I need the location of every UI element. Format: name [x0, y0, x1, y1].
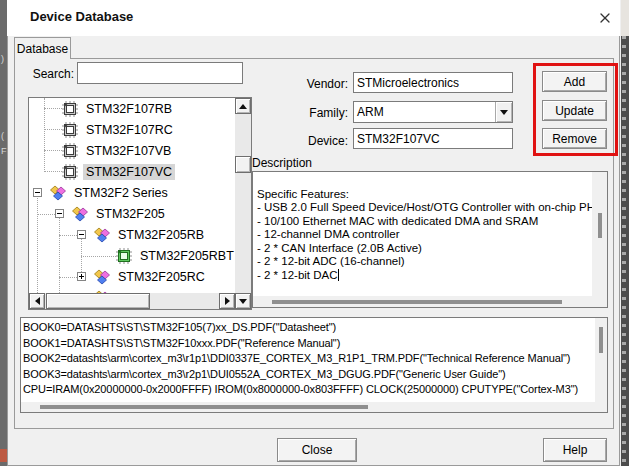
background-highlight-fragment [0, 449, 7, 462]
tree-item[interactable]: STM32F205RC [29, 266, 235, 287]
text-caret [338, 269, 339, 281]
arrow-right-icon [225, 297, 230, 305]
device-input[interactable] [353, 128, 513, 149]
expander-minus-icon[interactable] [33, 188, 42, 197]
expander-minus-icon[interactable] [55, 209, 64, 218]
tree-item-label: STM32F205RBT [137, 248, 235, 264]
device-chip-icon [62, 143, 78, 159]
close-button[interactable]: Close [277, 438, 357, 462]
description-line: - 12-channel DMA controller [257, 228, 592, 242]
device-database-dialog: ) ( F Device Database Database Search: [0, 0, 629, 466]
config-line: BOOK3=datashts\arm\cortex_m3\r2p1\DUI055… [23, 367, 595, 383]
tree-item-label: STM32F2 Series [71, 185, 171, 201]
device-family-icon [94, 227, 110, 243]
tree-item-label: STM32F205 [93, 206, 168, 222]
help-button[interactable]: Help [543, 438, 607, 462]
description-line: - 10/100 Ethernet MAC with dedicated DMA… [257, 215, 592, 229]
tree-item[interactable]: STM32F205RB [29, 224, 235, 245]
arrow-down-icon [239, 299, 247, 304]
device-chip-icon [62, 122, 78, 138]
description-line [257, 174, 592, 188]
tree-item[interactable]: STM32F107VB [29, 140, 235, 161]
close-icon [598, 11, 612, 25]
device-label: Device: [290, 134, 348, 148]
config-line: BOOK0=DATASHTS\ST\STM32F105(7)xx_DS.PDF(… [23, 320, 595, 336]
tree-item-label: STM32F107RB [83, 101, 175, 117]
description-line: Specific Features: [257, 188, 592, 202]
tree-item[interactable]: STM32F2 Series [29, 182, 235, 203]
tree-item[interactable]: STM32F205RBT [29, 245, 235, 266]
tree-hscroll-left-button[interactable] [29, 293, 45, 309]
description-editor[interactable]: Specific Features:- USB 2.0 Full Speed D… [253, 172, 592, 296]
description-line: - 2 * 12-bit DAC [257, 269, 592, 283]
description-line: - USB 2.0 Full Speed Device/Host/OTG Con… [257, 201, 592, 215]
description-hscroll-thumb[interactable] [272, 300, 562, 304]
device-family-icon [94, 269, 110, 285]
device-family-icon [50, 185, 66, 201]
vendor-label: Vendor: [290, 77, 348, 91]
tab-database[interactable]: Database [14, 37, 71, 59]
family-dropdown-button[interactable] [495, 102, 512, 122]
search-input[interactable] [77, 62, 243, 84]
tree-item[interactable]: STM32F107RC [29, 119, 235, 140]
tree-item[interactable]: STM32F107RB [29, 98, 235, 119]
description-vscroll-thumb[interactable] [598, 213, 602, 238]
description-label: Description [252, 156, 312, 170]
device-chip-green-icon [116, 248, 132, 264]
device-tree[interactable]: STM32F107RBSTM32F107RCSTM32F107VBSTM32F1… [29, 98, 235, 293]
family-combobox[interactable]: ARM [353, 101, 513, 123]
device-chip-icon [62, 164, 78, 180]
device-chip-icon [62, 101, 78, 117]
tree-vscroll-thumb[interactable] [235, 156, 251, 173]
tree-item[interactable]: STM32F107VC [29, 161, 235, 182]
tab-label: Database [17, 42, 68, 56]
config-line: BOOK1=DATASHTS\ST\STM32F10xxx.PDF("Refer… [23, 336, 595, 352]
tree-hscroll-thumb[interactable] [46, 293, 150, 309]
config-line: BOOK2=datashts\arm\cortex_m3\r1p1\DDI033… [23, 351, 595, 367]
tree-vscroll-track[interactable] [235, 114, 251, 293]
annotation-highlight-box [533, 63, 618, 156]
family-selected-value: ARM [354, 105, 495, 119]
chevron-down-icon [500, 110, 508, 115]
config-line: CPU=IRAM(0x20000000-0x2000FFFF) IROM(0x8… [23, 382, 595, 398]
vendor-input[interactable] [353, 72, 513, 93]
device-config-text[interactable]: BOOK0=DATASHTS\ST\STM32F105(7)xx_DS.PDF(… [21, 318, 595, 402]
tree-item-label: STM32F107RC [83, 122, 176, 138]
close-window-button[interactable] [592, 5, 618, 31]
tree-hscroll-right-button[interactable] [219, 293, 235, 309]
config-hscroll-thumb[interactable] [40, 405, 368, 409]
tree-vscroll-down-button[interactable] [235, 293, 251, 309]
device-family-icon [72, 206, 88, 222]
expander-minus-icon[interactable] [77, 230, 86, 239]
family-label: Family: [290, 106, 348, 120]
description-line: - 2 * CAN Interface (2.0B Active) [257, 242, 592, 256]
tree-item-label: STM32F205RC [115, 269, 208, 285]
tree-vscroll-up-button[interactable] [235, 98, 251, 114]
background-window-left-sliver: ) ( F [0, 0, 7, 466]
arrow-left-icon [35, 297, 40, 305]
description-line: - 2 * 12-bit ADC (16-channel) [257, 255, 592, 269]
arrow-up-icon [239, 104, 247, 109]
tree-item-label: STM32F107VC [83, 164, 175, 180]
search-label: Search: [28, 67, 74, 81]
expander-plus-icon[interactable] [77, 272, 86, 281]
tree-item-label: STM32F107VB [83, 143, 174, 159]
config-vscroll-thumb[interactable] [599, 327, 603, 353]
tree-item-label: STM32F205RB [115, 227, 207, 243]
background-window-right-sliver [621, 0, 629, 466]
tree-item[interactable]: STM32F205 [29, 203, 235, 224]
dialog-title: Device Database [30, 9, 133, 24]
